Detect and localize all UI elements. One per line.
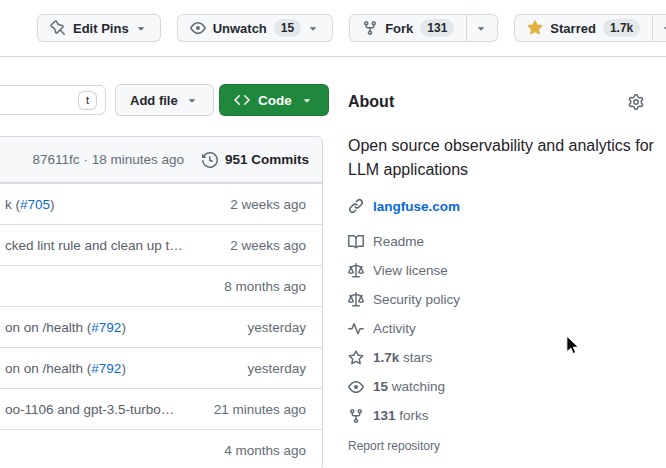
star-count-badge: 1.7k [603, 19, 640, 37]
go-to-file-key-hint: t [78, 91, 97, 110]
view-license-link[interactable]: View license [348, 256, 666, 285]
commit-message-link[interactable]: on on /health (#792) [5, 361, 247, 376]
commit-message-link[interactable]: cked lint rule and clean up t… [5, 238, 230, 253]
commit-message-text: oo-1106 and gpt-3.5-turbo… [5, 402, 174, 417]
star-button-group: Starred 1.7k [514, 14, 666, 42]
commit-message-link[interactable]: k (#705) [5, 197, 230, 212]
star-outline-icon [348, 350, 364, 366]
fork-label: Fork [385, 21, 413, 36]
commit-history-link[interactable]: 951 Commits [202, 152, 309, 168]
commit-age[interactable]: yesterday [247, 320, 306, 335]
about-header: About [348, 86, 666, 118]
fork-icon [348, 408, 364, 424]
commit-message-text: ) [121, 320, 126, 335]
go-to-file-input[interactable]: t [0, 85, 106, 115]
about-item-text: View license [373, 263, 448, 278]
link-icon [348, 198, 364, 214]
repo-action-bar: Edit Pins Unwatch 15 Fork 131 Starred 1.… [0, 0, 666, 57]
activity-link[interactable]: Activity [348, 314, 666, 343]
law-icon [348, 292, 364, 308]
commit-message-text: k ( [5, 197, 20, 212]
edit-pins-button[interactable]: Edit Pins [37, 14, 161, 42]
chevron-down-icon [185, 93, 199, 107]
law-icon [348, 263, 364, 279]
commit-age[interactable]: 2 weeks ago [230, 238, 306, 253]
website-link[interactable]: langfuse.com [373, 199, 460, 214]
about-links-list: Readme View license Security policy Acti… [348, 227, 666, 430]
security-policy-link[interactable]: Security policy [348, 285, 666, 314]
file-row: on on /health (#792) yesterday [0, 306, 322, 347]
file-row: 8 months ago [0, 265, 322, 306]
commit-age[interactable]: 4 months ago [224, 443, 306, 458]
fork-dropdown-button[interactable] [466, 14, 498, 42]
issue-link[interactable]: #792 [91, 320, 121, 335]
commit-age[interactable]: 8 months ago [224, 279, 306, 294]
file-browser-table: 87611fc · 18 minutes ago 951 Commits k (… [0, 136, 323, 468]
code-button[interactable]: Code [219, 84, 329, 116]
website-row: langfuse.com [348, 198, 666, 214]
unwatch-button[interactable]: Unwatch 15 [177, 14, 334, 42]
commit-message-text: on on /health ( [5, 361, 91, 376]
unwatch-label: Unwatch [213, 21, 267, 36]
chevron-down-icon [134, 21, 148, 35]
about-item-text: Readme [373, 234, 424, 249]
issue-link[interactable]: #705 [20, 197, 50, 212]
code-icon [234, 92, 250, 108]
fork-count-badge: 131 [420, 19, 454, 37]
file-row: oo-1106 and gpt-3.5-turbo… 21 minutes ag… [0, 388, 322, 429]
add-file-button[interactable]: Add file [115, 84, 214, 116]
about-sidebar: About Open source observability and anal… [348, 86, 666, 453]
pulse-icon [348, 321, 364, 337]
eye-icon [190, 20, 206, 36]
eye-icon [348, 379, 364, 395]
about-item-text: Security policy [373, 292, 460, 307]
about-title: About [348, 93, 394, 111]
readme-link[interactable]: Readme [348, 227, 666, 256]
star-filled-icon [527, 20, 543, 36]
report-repository-link[interactable]: Report repository [348, 439, 666, 453]
starred-button[interactable]: Starred 1.7k [514, 14, 652, 42]
repo-description: Open source observability and analytics … [348, 134, 666, 182]
chevron-down-icon [660, 21, 666, 35]
chevron-down-icon [306, 21, 320, 35]
issue-link[interactable]: #792 [91, 361, 121, 376]
about-item-text: 131 forks [373, 408, 429, 423]
commit-message-link[interactable]: on on /health (#792) [5, 320, 247, 335]
star-dropdown-button[interactable] [652, 14, 666, 42]
commits-count-label: 951 Commits [225, 152, 309, 167]
about-item-text: Activity [373, 321, 416, 336]
latest-commit-bar: 87611fc · 18 minutes ago 951 Commits [0, 137, 322, 183]
commit-age[interactable]: 21 minutes ago [214, 402, 306, 417]
commit-separator: · [83, 152, 88, 167]
code-label: Code [258, 93, 292, 108]
commit-message-text: cked lint rule and clean up t… [5, 238, 183, 253]
book-icon [348, 234, 364, 250]
stars-link[interactable]: 1.7k stars [348, 343, 666, 372]
commit-message-text: ) [50, 197, 55, 212]
commit-message-link[interactable]: oo-1106 and gpt-3.5-turbo… [5, 402, 214, 417]
fork-icon [362, 20, 378, 36]
gear-icon[interactable] [628, 94, 644, 110]
starred-label: Starred [550, 21, 596, 36]
commit-sha[interactable]: 87611fc [33, 152, 80, 167]
watch-count-badge: 15 [274, 19, 301, 37]
commit-age[interactable]: 2 weeks ago [230, 197, 306, 212]
history-clock-icon [202, 152, 218, 168]
chevron-down-icon [300, 93, 314, 107]
file-row: on on /health (#792) yesterday [0, 347, 322, 388]
about-item-text: 1.7k stars [373, 350, 432, 365]
add-file-label: Add file [130, 93, 178, 108]
watching-link[interactable]: 15 watching [348, 372, 666, 401]
commit-time: 18 minutes ago [92, 152, 184, 167]
edit-pins-label: Edit Pins [73, 21, 129, 36]
forks-link[interactable]: 131 forks [348, 401, 666, 430]
latest-commit-meta[interactable]: 87611fc · 18 minutes ago [33, 152, 184, 167]
fork-button-group: Fork 131 [349, 14, 498, 42]
commit-age[interactable]: yesterday [247, 361, 306, 376]
pin-icon [50, 20, 66, 36]
file-row: cked lint rule and clean up t… 2 weeks a… [0, 224, 322, 265]
commit-message-text: ) [121, 361, 126, 376]
about-item-text: 15 watching [373, 379, 445, 394]
fork-button[interactable]: Fork 131 [349, 14, 466, 42]
file-row: k (#705) 2 weeks ago [0, 183, 322, 224]
